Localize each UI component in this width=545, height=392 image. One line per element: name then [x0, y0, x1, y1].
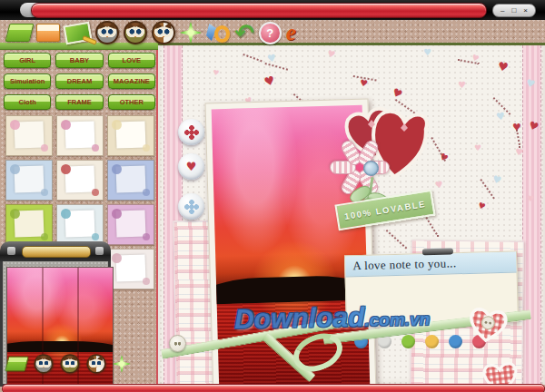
owl-olive-icon[interactable] — [60, 354, 79, 373]
clip-nub — [7, 247, 15, 255]
minimize-button[interactable]: – — [500, 7, 504, 15]
template-thumbnail[interactable] — [56, 160, 104, 201]
thumbnail-accent — [61, 209, 71, 219]
photo-edit-icon[interactable] — [63, 21, 92, 44]
round-badge-sticker[interactable] — [178, 193, 204, 220]
hill-silhouette — [6, 341, 114, 352]
template-thumbnail[interactable] — [5, 115, 53, 156]
template-thumbnail[interactable] — [5, 160, 53, 201]
owl-gray-icon[interactable] — [95, 21, 119, 44]
heart-decoration: ♥ — [477, 201, 487, 211]
thumbnail-accent — [143, 144, 150, 152]
flower-button-center — [363, 161, 379, 176]
thumbnail-accent — [143, 233, 150, 240]
gingham-heart[interactable] — [464, 303, 510, 347]
help-icon[interactable]: ? — [259, 22, 282, 44]
category-button-magazine[interactable]: MAGAZINE — [108, 74, 155, 89]
photo-frame-app-window: – □ × ↶?e GIRLBABYLOVESimulationDREAMMAG… — [0, 0, 545, 392]
category-button-cloth[interactable]: Cloth — [4, 94, 51, 110]
heart-decoration: ♥ — [497, 60, 510, 74]
flower-icon — [184, 200, 199, 214]
heart-decoration: ♥ — [491, 174, 502, 186]
note-clip — [421, 248, 452, 255]
clip-nub — [95, 247, 104, 255]
thumbnail-accent — [112, 209, 122, 219]
thumbnail-accent — [61, 120, 71, 130]
thumbnail-accent — [92, 233, 99, 240]
round-badge-sticker[interactable] — [178, 119, 204, 145]
owl-white-icon[interactable] — [86, 354, 105, 373]
thumbnail-accent — [41, 233, 48, 240]
thumbnail-accent — [10, 209, 20, 219]
button-sticker[interactable] — [169, 335, 186, 352]
clip-bar — [22, 246, 91, 258]
clipboard-clip — [0, 241, 111, 261]
category-button-baby[interactable]: BABY — [55, 53, 103, 68]
color-dot — [401, 335, 415, 348]
thumbnail-accent — [143, 189, 150, 196]
heart-decoration: ♥ — [474, 144, 481, 152]
window-controls: – □ × — [492, 4, 536, 17]
heart-decoration: ♥ — [434, 180, 444, 190]
template-thumbnail[interactable] — [107, 249, 154, 289]
thumbnail-accent — [92, 189, 99, 196]
category-button-love[interactable]: LOVE — [108, 53, 155, 68]
round-badge-sticker[interactable]: ♥ — [178, 153, 204, 180]
pink-ribbon-strip-right — [522, 45, 541, 385]
thumbnail-accent — [143, 278, 150, 285]
thumbnail-accent — [41, 189, 48, 196]
titlebar[interactable]: – □ × — [0, 0, 545, 20]
thumbnail-accent — [92, 144, 99, 152]
note-title: A love note to you... — [352, 256, 457, 273]
category-button-frame[interactable]: FRAME — [55, 94, 103, 110]
heart-decoration: ♥ — [514, 147, 524, 157]
category-button-simulation[interactable]: Simulation — [4, 74, 51, 89]
thumbnail-accent — [112, 120, 122, 130]
thumbnail-accent — [10, 120, 20, 130]
template-thumbnail[interactable] — [56, 115, 104, 156]
category-button-girl[interactable]: GIRL — [4, 53, 51, 68]
thumbnail-accent — [112, 253, 122, 263]
template-thumbnail[interactable] — [107, 160, 154, 201]
titlebar-red-bar — [31, 3, 487, 18]
preview-toolbar — [6, 352, 131, 376]
undo-icon[interactable]: ↶ — [234, 24, 254, 42]
dotted-trail — [386, 230, 408, 250]
note-header-strip: A love note to you... — [345, 252, 517, 278]
heart-decoration: ♥ — [359, 78, 369, 88]
draw-tool-icon[interactable] — [206, 22, 230, 44]
flower-icon — [184, 125, 199, 140]
heart-decoration: ♥ — [458, 81, 466, 90]
heart-decoration: ♥ — [263, 74, 277, 89]
thumbnail-accent — [61, 164, 71, 174]
open-folder-icon[interactable] — [5, 24, 35, 42]
gingham-heart[interactable] — [480, 358, 521, 385]
owl-gray-icon[interactable] — [34, 354, 53, 373]
browser-icon[interactable]: e — [286, 23, 296, 43]
bottom-scrollbar[interactable] — [2, 384, 545, 392]
import-photo-icon[interactable] — [36, 24, 60, 42]
preview-body — [0, 261, 111, 387]
owl-white-icon[interactable] — [152, 21, 175, 44]
design-canvas[interactable]: 100% LOVABLE A love note to you... Downl… — [156, 43, 545, 385]
heart-decoration: ♥ — [212, 69, 219, 77]
category-button-dream[interactable]: DREAM — [55, 74, 103, 89]
open-folder-icon[interactable] — [5, 357, 28, 371]
template-thumbnail[interactable] — [107, 204, 154, 245]
thumbnail-accent — [112, 164, 122, 174]
heart-decoration: ♥ — [527, 195, 534, 203]
template-thumbnail[interactable] — [5, 204, 53, 245]
category-button-other[interactable]: OTHER — [108, 94, 155, 110]
maximize-button[interactable]: □ — [511, 7, 516, 15]
close-button[interactable]: × — [523, 7, 528, 15]
template-thumbnail[interactable] — [56, 204, 104, 245]
thumbnail-accent — [10, 164, 20, 174]
template-thumbnail[interactable] — [107, 115, 154, 156]
color-dot — [425, 335, 439, 348]
preview-panel — [0, 241, 111, 384]
owl-olive-icon[interactable] — [124, 21, 147, 44]
gem-icon[interactable] — [113, 355, 131, 373]
heart-decoration: ♥ — [326, 49, 336, 60]
heart-decoration: ♥ — [495, 111, 506, 122]
gem-icon[interactable] — [180, 22, 202, 44]
